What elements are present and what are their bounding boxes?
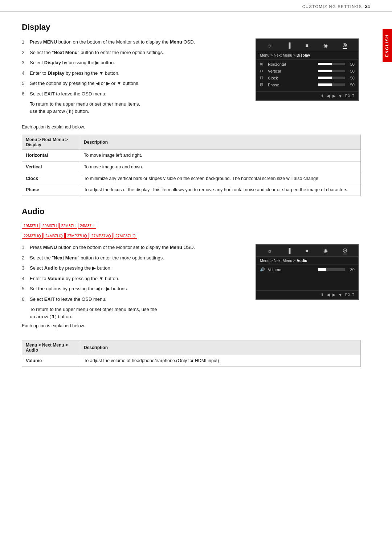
osd-row-clock: ⊟ Clock 50 [260, 75, 355, 80]
audio-table-desc-volume: To adjust the volume of headphone/earpho… [80, 355, 361, 367]
badge-27mc37hq: 27MC37HQ [114, 233, 137, 239]
audio-osd-btn-exit: EXIT [345, 293, 355, 297]
display-section: Display 1 Press MENU button on the botto… [22, 22, 361, 196]
page-number: 21 [365, 4, 370, 9]
audio-osd-col: ☼ ▐ ■ ◉ ◎ Menu > Next Menu > Audio 🔊 [256, 244, 361, 333]
display-table-row-horizontal: Horizontal To move image left and right. [22, 150, 361, 161]
osd-btn-up: ⬆ [320, 94, 324, 98]
display-step-6: 6 Select EXIT to leave the OSD menu. [22, 90, 245, 98]
osd-btn-down: ▼ [338, 94, 342, 98]
audio-osd-rows: 🔊 Volume 30 [256, 265, 358, 290]
badge-27mp37hq: 27MP37HQ [65, 233, 89, 239]
audio-steps-col: 1 Press MENU button on the bottom of the… [22, 244, 245, 333]
osd-clock-label: Clock [268, 76, 316, 80]
display-step-2: 2 Select the "Next Menu" button to enter… [22, 49, 245, 56]
audio-table-item-volume: Volume [22, 355, 80, 367]
display-step-5: 5 Set the options by pressing the ◀ or ▶… [22, 80, 245, 87]
display-table-desc-phase: To adjust the focus of the display. This… [80, 184, 361, 196]
audio-sub-text: To return to the upper menu or set other… [22, 306, 245, 320]
display-table-desc-horizontal: To move image left and right. [80, 150, 361, 161]
display-osd-box: ☼ ▐ ■ ◉ ◎ Menu > Next Menu > Display ⊞ [256, 38, 359, 101]
osd-icon-contrast: ▐ [287, 42, 291, 48]
display-table-col1-header: Menu > Next Menu > Display [22, 135, 80, 150]
badge-22m37hq: 22M37HQ [22, 233, 43, 239]
display-each-option: Each option is explained below. [22, 124, 361, 130]
display-table-item-vertical: Vertical [22, 161, 80, 173]
display-osd-breadcrumb-highlight: Display [297, 53, 310, 57]
osd-phase-value: 50 [347, 83, 355, 87]
audio-osd-top-icons: ☼ ▐ ■ ◉ ◎ [256, 245, 358, 257]
osd-icon-brightness: ☼ [268, 42, 272, 48]
display-table-item-horizontal: Horizontal [22, 150, 80, 161]
audio-osd-icon-display: ■ [306, 248, 309, 254]
audio-steps-list: 1 Press MENU button on the bottom of the… [22, 244, 245, 303]
display-step-1: 1 Press MENU button on the bottom of the… [22, 38, 245, 46]
osd-volume-label: Volume [268, 267, 316, 272]
badge-19m37h: 19M37H [22, 223, 40, 229]
audio-table-col2-header: Description [80, 340, 361, 355]
audio-osd-btn-up: ⬆ [320, 292, 324, 297]
audio-step-1: 1 Press MENU button on the bottom of the… [22, 244, 245, 251]
osd-horizontal-value: 50 [347, 62, 355, 66]
osd-btn-exit: EXIT [345, 94, 355, 98]
page-header: CUSTOMIZING SETTINGS 21 [0, 0, 392, 12]
audio-step-5: 5 Set the options by pressing the ◀ or ▶… [22, 285, 245, 292]
badge-24m37h: 24M37H [78, 223, 96, 229]
osd-volume-fill [318, 268, 326, 271]
osd-bottom-bar: ⬆ ◀ ▶ ▼ EXIT [256, 91, 358, 100]
audio-osd-breadcrumb-highlight: Audio [297, 258, 307, 263]
osd-volume-icon: 🔊 [260, 267, 266, 272]
display-two-col: 1 Press MENU button on the bottom of the… [22, 38, 361, 118]
display-table-desc-clock: To minimize any vertical bars or stripes… [80, 173, 361, 184]
osd-volume-value: 30 [347, 267, 355, 272]
display-osd-rows: ⊞ Horizontal 50 ⊝ Vertical [256, 60, 358, 91]
display-steps-list: 1 Press MENU button on the bottom of the… [22, 38, 245, 97]
display-steps-col: 1 Press MENU button on the bottom of the… [22, 38, 245, 118]
display-table: Menu > Next Menu > Display Description H… [22, 135, 361, 196]
osd-clock-value: 50 [347, 76, 355, 80]
audio-table-row-volume: Volume To adjust the volume of headphone… [22, 355, 361, 367]
osd-clock-fill [318, 77, 332, 79]
audio-step-2: 2 Select the "Next Menu" button to enter… [22, 254, 245, 262]
display-osd-breadcrumb: Menu > Next Menu > Display [256, 51, 358, 60]
display-table-item-clock: Clock [22, 173, 80, 184]
audio-osd-bottom-bar: ⬆ ◀ ▶ ▼ EXIT [256, 290, 358, 299]
osd-row-horizontal: ⊞ Horizontal 50 [260, 62, 355, 66]
display-step-4: 4 Enter to Display by pressing the ▼ but… [22, 70, 245, 77]
osd-phase-icon: ⊟ [260, 82, 266, 87]
osd-icon-display: ■ [306, 42, 309, 48]
badge-24m37hq: 24M37HQ [44, 233, 65, 239]
audio-step-4: 4 Enter to Volume by pressing the ▼ butt… [22, 275, 245, 282]
audio-each-option: Each option is explained below. [22, 323, 245, 328]
osd-row-vertical: ⊝ Vertical 50 [260, 69, 355, 73]
badge-27mp37vq: 27MP37VQ [90, 233, 113, 239]
display-table-col2-header: Description [80, 135, 361, 150]
audio-section: Audio 19M37H 20M37H 22M37H 24M37H 22M37H… [22, 207, 361, 367]
audio-osd-icon-brightness: ☼ [268, 248, 272, 254]
osd-phase-bar [318, 83, 345, 86]
osd-clock-bar [318, 77, 345, 79]
language-tab: ENGLISH [383, 29, 392, 62]
header-label: CUSTOMIZING SETTINGS [302, 4, 362, 9]
display-table-desc-vertical: To move image up and down. [80, 161, 361, 173]
badge-22m37h: 22M37H [59, 223, 77, 229]
osd-vertical-value: 50 [347, 69, 355, 73]
display-table-item-phase: Phase [22, 184, 80, 196]
osd-horizontal-label: Horizontal [268, 62, 316, 66]
display-table-row-clock: Clock To minimize any vertical bars or s… [22, 173, 361, 184]
osd-phase-fill [318, 83, 332, 86]
audio-step-6: 6 Select EXIT to leave the OSD menu. [22, 296, 245, 303]
osd-horizontal-fill [318, 63, 332, 65]
audio-osd-btn-left: ◀ [327, 292, 330, 297]
osd-row-volume: 🔊 Volume 30 [260, 267, 355, 272]
display-osd-col: ☼ ▐ ■ ◉ ◎ Menu > Next Menu > Display ⊞ [256, 38, 361, 118]
audio-step-3: 3 Select Audio by pressing the ▶ button. [22, 265, 245, 272]
osd-volume-bar [318, 268, 345, 271]
osd-vertical-label: Vertical [268, 69, 316, 73]
audio-table: Menu > Next Menu > Audio Description Vol… [22, 340, 361, 367]
audio-osd-icon-settings: ◎ [343, 247, 347, 254]
audio-table-col1-header: Menu > Next Menu > Audio [22, 340, 80, 355]
osd-icon-settings: ◎ [343, 42, 347, 49]
badge-20m37h: 20M37H [41, 223, 59, 229]
osd-icon-audio: ◉ [323, 42, 328, 48]
